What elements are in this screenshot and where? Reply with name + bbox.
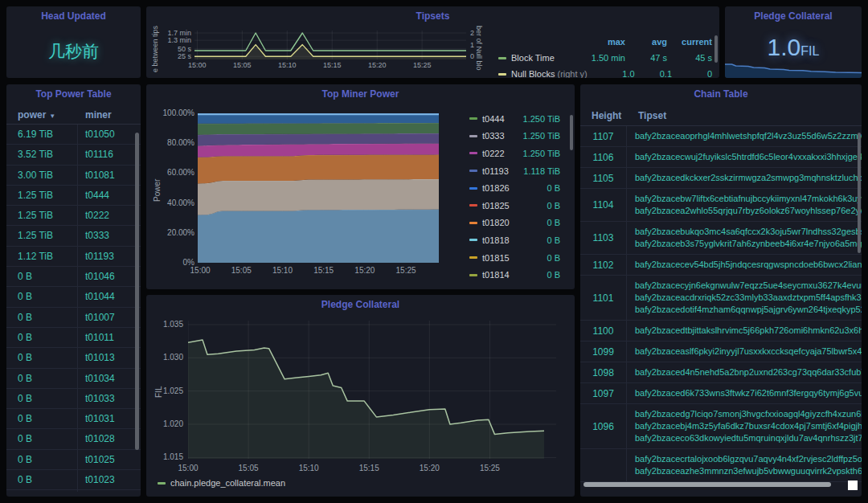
legend-item[interactable]: t011931.118 TiB bbox=[469, 162, 568, 180]
legend-series-name: Null Blocks bbox=[511, 69, 555, 78]
tipset-cid: bafy2bzacecrtalojxoob6lgzqvu7aqvy4n4xf2r… bbox=[635, 453, 862, 465]
tipsets-chart bbox=[194, 31, 466, 59]
legend-item[interactable]: t018200 B bbox=[469, 215, 568, 232]
power-cell: 0 B bbox=[18, 287, 32, 307]
height-cell: 1097 bbox=[580, 383, 627, 403]
chain-row: 1099bafy2bzaceaslf6pkyi2inyyjl7usxxkxcck… bbox=[580, 341, 862, 362]
chain-table-h-scrollbar[interactable] bbox=[583, 482, 831, 487]
legend-series-name: t0333 bbox=[482, 131, 505, 141]
power-cell: 6.19 TiB bbox=[18, 125, 53, 145]
table-row: 1.25 TiBt0444 bbox=[6, 186, 141, 206]
legend-item[interactable]: t018250 B bbox=[469, 197, 568, 215]
miner-power-legend-scrollbar[interactable] bbox=[570, 115, 573, 150]
pledge-chart-legend[interactable]: chain.pledge_collateral.mean bbox=[158, 478, 285, 488]
legend-item[interactable]: t018150 B bbox=[469, 249, 568, 267]
tipset-cid: bafy2bzaceacdrxriqk52zc33mlyb33aaxdztxpm… bbox=[635, 292, 862, 304]
axis-tick: 15:10 bbox=[273, 61, 301, 70]
power-cell: 1.25 TiB bbox=[18, 226, 53, 246]
chain-row: 1103bafy2bzacebukqo3mc4sa6qfccx2k3oju5wr… bbox=[580, 222, 862, 255]
legend-color-marker bbox=[469, 170, 477, 172]
legend-item[interactable]: t018140 B bbox=[469, 266, 568, 284]
chain-table-v-scrollbar[interactable] bbox=[858, 133, 861, 253]
tipsets-legend-scrollbar[interactable] bbox=[714, 35, 718, 63]
column-header-miner[interactable]: miner bbox=[85, 105, 112, 125]
legend-stat-value: 45 s bbox=[667, 53, 712, 63]
panel-resize-handle[interactable] bbox=[848, 481, 858, 490]
miner-cell: t01025 bbox=[85, 450, 115, 470]
power-table-scrollbar[interactable] bbox=[135, 133, 139, 450]
legend-series-value: 0 B bbox=[547, 218, 568, 227]
table-row: 1.12 TiBt01193 bbox=[6, 247, 141, 267]
column-header-tipset[interactable]: Tipset bbox=[638, 105, 666, 126]
miner-cell: t01031 bbox=[85, 409, 115, 429]
power-cell: 0 B bbox=[18, 369, 32, 389]
power-cell: 1.25 TiB bbox=[18, 206, 53, 226]
legend-series-value: 0 B bbox=[547, 201, 568, 211]
legend-color-marker bbox=[469, 274, 477, 276]
legend-color-marker bbox=[469, 152, 477, 154]
table-row: 0 Bt01007 bbox=[6, 308, 141, 328]
axis-tick: 0 bbox=[470, 52, 474, 61]
axis-tick: 15:25 bbox=[392, 266, 420, 275]
height-cell: 1107 bbox=[580, 126, 627, 146]
legend-color-marker bbox=[469, 204, 477, 207]
tipset-cell: bafy2bzacebukqo3mc4sa6qfccx2k3oju5wr7lnd… bbox=[627, 222, 862, 254]
legend-item[interactable]: Block Time1.50 min47 s45 s bbox=[498, 50, 712, 66]
miner-cell: t01011 bbox=[85, 328, 114, 348]
panel-title-tipsets[interactable]: Tipsets bbox=[146, 10, 719, 22]
legend-series-name: Block Time bbox=[511, 53, 555, 63]
panel-pledge-chart: Pledge Collateral FIL chain.pledge_colla… bbox=[146, 295, 575, 497]
head-updated-value: 几秒前 bbox=[6, 40, 141, 63]
axis-tick: 15:25 bbox=[408, 61, 436, 70]
legend-series-value: 0 B bbox=[547, 253, 568, 263]
legend-item[interactable]: Null Blocks (right y)1.00.10 bbox=[498, 66, 712, 78]
panel-title-pledge-stat[interactable]: Pledge Collateral bbox=[725, 10, 862, 22]
panel-title-top-miner-power[interactable]: Top Miner Power bbox=[146, 88, 575, 100]
miner-cell: t01033 bbox=[85, 389, 115, 409]
legend-item[interactable]: t04441.250 TiB bbox=[469, 110, 568, 128]
axis-tick: 2 bbox=[470, 29, 474, 38]
chain-row: 1097bafy2bzaced6k733wns3ftwkz7i62t6mnf3f… bbox=[580, 383, 862, 404]
tipset-cell: bafy2bzacecyjn6ekgnwulw7eqzz5ue4seycmxu3… bbox=[627, 276, 862, 320]
legend-series-name: t0222 bbox=[482, 149, 505, 158]
chain-row: 1107bafy2bzaceaoprhgl4mhlwetshpfqf2l4vz3… bbox=[580, 126, 862, 147]
tipset-cid: bafy2bzacedtbjittakslhrvimc5j66pkh726omi… bbox=[635, 325, 862, 337]
tipset-cell: bafy2bzaceaoprhgl4mhlwetshpfqf2l4vz3uz55… bbox=[627, 126, 862, 146]
height-cell: 1102 bbox=[580, 255, 627, 275]
table-row: 6.19 TiBt01050 bbox=[6, 125, 141, 145]
chain-row: 1098bafy2bzaced4n5nehd5a2bnp2uxnd263cg73… bbox=[580, 362, 862, 383]
legend-item[interactable]: t02221.250 TiB bbox=[469, 145, 568, 162]
panel-title-pledge-chart[interactable]: Pledge Collateral bbox=[146, 299, 575, 310]
height-cell: 1100 bbox=[580, 321, 627, 341]
legend-item[interactable]: t018260 B bbox=[469, 179, 568, 197]
legend-series-value: 1.118 TiB bbox=[523, 166, 568, 176]
tipset-cid: bafy2bzacebukqo3mc4sa6qfccx2k3oju5wr7lnd… bbox=[635, 226, 862, 238]
axis-tick: 1 bbox=[470, 41, 474, 50]
height-cell bbox=[580, 449, 627, 481]
miner-power-chart bbox=[198, 113, 439, 263]
column-header-height[interactable]: Height bbox=[592, 105, 621, 126]
column-header-power[interactable]: power▼ bbox=[18, 105, 55, 126]
panel-title-top-power-table[interactable]: Top Power Table bbox=[6, 88, 141, 100]
tipset-cid: bafy2bzaced4n5nehd5a2bnp2uxnd263cg73qq6d… bbox=[635, 366, 862, 378]
tipset-cell: bafy2bzacedg7lciqo7smonj3hvgcfxxioagql4g… bbox=[627, 404, 862, 448]
pledge-chart bbox=[188, 321, 556, 459]
table-row: 0 Bt01046 bbox=[6, 267, 141, 287]
axis-tick: 15:25 bbox=[476, 464, 503, 472]
axis-tick: 15:00 bbox=[186, 266, 214, 275]
axis-tick: 1.025 bbox=[156, 386, 183, 395]
tipset-cid: bafy2bzaceco63dkowyiedtu5mqruinqxjldu7av… bbox=[635, 432, 862, 444]
legend-item[interactable]: t03331.250 TiB bbox=[469, 128, 568, 145]
tipset-cid: bafy2bzaceazhe3mmnzn3efwujb5vbwwguuqvirr… bbox=[635, 465, 862, 477]
legend-item[interactable]: t018180 B bbox=[469, 231, 568, 249]
table-row: 0 Bt01034 bbox=[6, 369, 141, 389]
tipset-cid: bafy2bzaceb3s75yglvkrit7ah6zynbeeb4i6xr4… bbox=[635, 238, 862, 250]
table-row: 0 Bt01025 bbox=[6, 450, 141, 470]
tipset-cid: bafy2bzacedotif4mzham6qqnwpj5ajgrv6ywn26… bbox=[635, 304, 862, 316]
panel-title-chain-table[interactable]: Chain Table bbox=[580, 88, 862, 100]
legend-color-marker bbox=[498, 57, 506, 59]
panel-title-head-updated[interactable]: Head Updated bbox=[6, 10, 141, 22]
tipset-cid: bafy2bzacecyjn6ekgnwulw7eqzz5ue4seycmxu3… bbox=[635, 280, 862, 292]
legend-column-header: avg bbox=[625, 37, 667, 47]
height-cell: 1096 bbox=[580, 404, 627, 448]
